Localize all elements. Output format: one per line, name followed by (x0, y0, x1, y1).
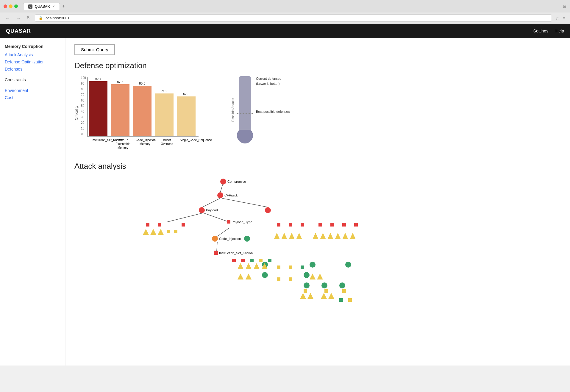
thermometer-body (237, 76, 253, 143)
node-l1-3 (182, 223, 185, 227)
edge (202, 198, 220, 207)
y-tick: 90 (81, 82, 86, 85)
tri-r-7 (327, 233, 333, 239)
node-r1-3 (301, 223, 304, 227)
node-m2-1 (232, 259, 236, 262)
help-nav-item[interactable]: Help (555, 29, 564, 33)
node-dd-rect-1 (304, 289, 307, 293)
thermometer-axis-label: Possible Attacks (231, 98, 235, 122)
chart-y-area: 100 90 80 70 60 50 40 30 20 10 0 (80, 76, 201, 150)
bar-value-2: 87.6 (117, 80, 123, 84)
node-d-rect-1 (277, 277, 280, 281)
node-green-1 (244, 236, 250, 242)
node-deep-green-1 (262, 272, 268, 278)
star-icon[interactable]: ☆ (554, 15, 560, 21)
tri-d-3 (310, 274, 316, 279)
sidebar-item-environment[interactable]: Environment (5, 88, 60, 93)
x-label-4: Buffer Overread (158, 138, 176, 150)
node-m2-4 (259, 259, 263, 262)
address-bar[interactable]: 🔒 localhost:3001 (35, 14, 552, 22)
node-instruction-rect (214, 251, 218, 255)
node-l1-1 (146, 223, 149, 227)
node-y-rect-1 (167, 230, 170, 233)
node-compromise (220, 179, 226, 185)
node-deep-green-2 (304, 272, 310, 278)
forward-button[interactable]: → (14, 15, 23, 21)
thermometer-bar (239, 76, 251, 130)
node-y-rect-2 (174, 230, 177, 233)
y-tick: 70 (81, 93, 86, 96)
tri-m3-3 (254, 263, 260, 269)
sidebar-section-title: Memory Corruption (5, 44, 60, 49)
node-m2-3 (250, 259, 254, 262)
node-payload-type-rect (227, 220, 230, 224)
menu-icon[interactable]: ≡ (562, 15, 566, 21)
node-code-injection (212, 236, 218, 242)
attack-tree: Compromise CFHijack Payload Payload_Type… (74, 177, 561, 312)
toolbar-actions: ☆ ≡ (554, 15, 566, 21)
browser-toolbar: ← → ↻ 🔒 localhost:3001 ☆ ≡ (0, 13, 570, 24)
thermometer-label-bottom: Best possible defenses (256, 110, 290, 113)
tri-3 (158, 229, 164, 235)
node-dd-rect-3 (342, 289, 346, 293)
y-tick: 10 (81, 127, 86, 130)
minimize-button[interactable] (9, 4, 13, 8)
tri-d-4 (317, 274, 323, 279)
thermometer-bulb (237, 127, 253, 143)
app-title: QUASAR (6, 28, 31, 34)
close-button[interactable] (4, 4, 7, 8)
browser-titlebar: Q QUASAR ✕ + ⊟ (0, 0, 570, 13)
sidebar-item-defense-optimization[interactable]: Defense Optimization (5, 60, 60, 64)
back-button[interactable]: ← (4, 15, 12, 21)
sidebar-item-cost[interactable]: Cost (5, 95, 60, 100)
chart-plot-area: 100 90 80 70 60 50 40 30 20 10 0 (80, 76, 201, 137)
node-r1-7 (354, 223, 358, 227)
tri-dd-3 (321, 293, 327, 299)
chart-container: Criticality 100 90 80 70 60 50 40 (74, 76, 561, 150)
node-r1-2 (289, 223, 292, 227)
thermometer: Possible Attacks Current defenses(Lower … (231, 76, 290, 143)
bar-rect-1 (89, 81, 107, 136)
node-dd-rect-2 (324, 289, 328, 293)
browser-tab[interactable]: Q QUASAR ✕ (23, 3, 60, 10)
edge (217, 242, 217, 251)
browser-chrome: Q QUASAR ✕ + ⊟ ← → ↻ 🔒 localhost:3001 ☆ … (0, 0, 570, 24)
sidebar-item-defenses[interactable]: Defenses (5, 67, 60, 71)
x-label-3: Code_Injection Memory (136, 138, 154, 150)
tab-close-icon[interactable]: ✕ (52, 5, 55, 8)
maximize-button[interactable] (14, 4, 18, 8)
tri-r-3 (289, 233, 295, 239)
tri-r-2 (281, 233, 287, 239)
sidebar-item-attack-analysis[interactable]: Attack Analysis (5, 52, 60, 57)
attack-tree-svg: Compromise CFHijack Payload Payload_Type… (74, 177, 360, 311)
settings-nav-item[interactable]: Settings (533, 29, 549, 33)
submit-query-button[interactable]: Submit Query (74, 44, 115, 55)
window-controls: ⊟ (563, 4, 566, 9)
bar-group-4: 71.9 (155, 77, 174, 136)
bar-value-3: 85.3 (139, 82, 145, 85)
node-m3-green (301, 266, 304, 269)
tri-r-5 (313, 233, 318, 239)
label-instruction-set: Instruction_Set_Known (219, 251, 253, 255)
node-deep-green-6 (339, 282, 345, 288)
reload-button[interactable]: ↻ (25, 15, 32, 21)
y-tick: 100 (81, 76, 86, 79)
node-ddd-yellow-rect (348, 298, 352, 302)
y-tick: 60 (81, 99, 86, 102)
bar-value-4: 71.9 (161, 89, 167, 93)
y-ticks: 100 90 80 70 60 50 40 30 20 10 0 (80, 76, 87, 136)
app-body: Memory Corruption Attack Analysis Defens… (0, 38, 570, 366)
tri-r-1 (274, 233, 280, 239)
node-r1-6 (342, 223, 346, 227)
edge (222, 198, 268, 207)
tri-r-8 (335, 233, 341, 239)
node-r1-1 (277, 223, 280, 227)
node-ddd-green-rect (339, 298, 343, 302)
bar-value-5: 67.3 (183, 92, 189, 96)
tab-favicon: Q (28, 4, 32, 9)
url-text: localhost:3001 (45, 16, 70, 20)
new-tab-button[interactable]: + (60, 2, 67, 10)
node-green-3 (310, 262, 316, 268)
y-tick: 50 (81, 104, 86, 107)
node-m2-5 (268, 259, 271, 262)
